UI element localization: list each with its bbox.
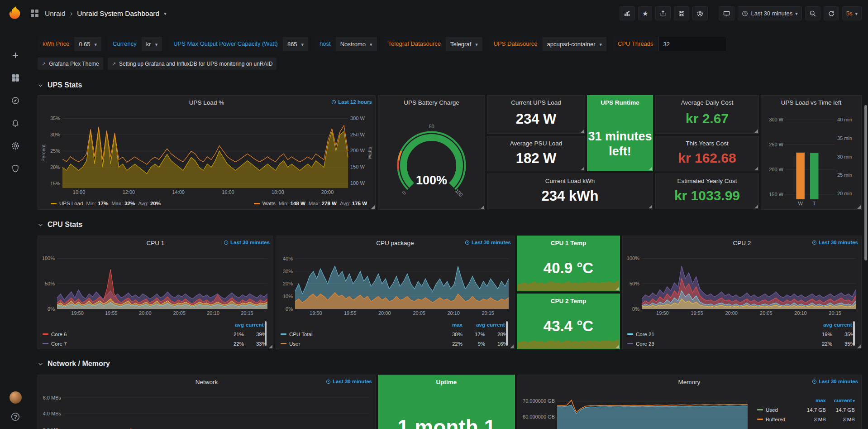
- refresh-interval-dropdown[interactable]: 5s: [842, 6, 862, 20]
- save-dashboard-button[interactable]: [674, 6, 689, 20]
- legend-series-name[interactable]: User: [289, 341, 300, 347]
- cpu1-chart[interactable]: 0%50%100%19:5019:5520:0020:0520:1020:15: [42, 251, 269, 317]
- refresh-button[interactable]: [824, 6, 839, 20]
- zoom-out-button[interactable]: [805, 6, 820, 20]
- user-avatar[interactable]: [10, 391, 22, 404]
- legend-series-name[interactable]: Core 7: [51, 341, 67, 347]
- axis-tick: 30 min: [837, 154, 852, 159]
- cpu-threads-input[interactable]: 32: [658, 37, 726, 51]
- memory-chart[interactable]: 50.000000 GB60.000000 GB70.000000 GB: [521, 390, 749, 429]
- legend-series-name[interactable]: CPU Total: [289, 332, 313, 337]
- variable-value-dropdown[interactable]: 865: [283, 37, 308, 51]
- dashboard-settings-button[interactable]: [692, 6, 708, 20]
- sidebar-item-explore[interactable]: [10, 96, 20, 106]
- star-dashboard-button[interactable]: [638, 6, 652, 20]
- add-panel-button[interactable]: [620, 6, 635, 20]
- time-range-picker[interactable]: Last 30 minutes: [738, 6, 801, 20]
- panel-title[interactable]: This Years Cost: [686, 140, 729, 147]
- sidebar-item-configuration[interactable]: [10, 141, 20, 151]
- panel-title[interactable]: CPU 1: [147, 240, 165, 246]
- legend-scrollbar[interactable]: [853, 321, 855, 346]
- variable-value-dropdown[interactable]: Nostromo: [336, 37, 377, 51]
- panel-title[interactable]: Average Daily Cost: [681, 99, 733, 106]
- legend-sort-header[interactable]: current: [485, 322, 508, 328]
- caret-down-icon: [301, 41, 304, 48]
- panel-title[interactable]: UPS Battery Charge: [404, 99, 459, 106]
- legend-table: maxavgcurrent CPU Total 38% 17% 28% User…: [281, 320, 508, 348]
- axis-tick: 20:00: [321, 190, 334, 195]
- panel-title[interactable]: Average PSU Load: [510, 140, 562, 147]
- cycle-view-button[interactable]: [719, 6, 734, 20]
- ups-vs-time-chart[interactable]: WT150 W200 W250 W300 W20 min25 min30 min…: [765, 110, 858, 207]
- cpu-package-chart[interactable]: 0%10%20%30%40%19:5019:5520:0020:0520:102…: [280, 251, 510, 317]
- panel-title[interactable]: Network: [196, 379, 218, 386]
- stat-value: kr 162.68: [656, 150, 758, 166]
- panel-title[interactable]: Current Load kWh: [545, 178, 595, 184]
- panel-title[interactable]: Uptime: [436, 379, 457, 386]
- share-dashboard-button[interactable]: [655, 6, 671, 20]
- dashboard-title[interactable]: Unraid System Dashboard: [77, 10, 159, 18]
- legend-series-name[interactable]: UPS Load: [59, 201, 83, 206]
- legend-sort-header[interactable]: max: [440, 322, 463, 328]
- legend-series-name[interactable]: Core 6: [51, 332, 67, 337]
- breadcrumb-app[interactable]: Unraid: [45, 10, 66, 18]
- sidebar-item-dashboards[interactable]: [10, 73, 20, 83]
- panel-title[interactable]: CPU 2 Temp: [551, 298, 587, 304]
- row-network-memory[interactable]: Network / Memory: [38, 358, 110, 369]
- panel-title[interactable]: CPU 2: [733, 240, 751, 246]
- variable-value-dropdown[interactable]: Telegraf: [446, 37, 482, 51]
- row-ups-stats[interactable]: UPS Stats: [38, 80, 82, 91]
- sidebar-item-alerting[interactable]: [10, 118, 20, 128]
- sidebar-item-create[interactable]: [10, 50, 20, 60]
- axis-tick: 300 W: [765, 117, 783, 122]
- axis-tick: 15%: [44, 181, 60, 186]
- variable-value-dropdown[interactable]: 0.65: [74, 37, 101, 51]
- legend-series-name[interactable]: Used: [766, 407, 778, 413]
- sidebar-item-server-admin[interactable]: [10, 164, 20, 174]
- legend-sort-header[interactable]: current: [826, 398, 855, 403]
- legend-table: avgcurrent Core 21 19% 35% Core 23 22% 3…: [627, 320, 855, 348]
- legend-sort-header[interactable]: current: [832, 322, 855, 328]
- panel-title[interactable]: CPU 1 Temp: [551, 240, 587, 246]
- legend-sort-header[interactable]: avg: [810, 322, 832, 328]
- sidebar-item-help[interactable]: [10, 412, 20, 422]
- panel-title[interactable]: CPU package: [376, 240, 414, 246]
- series-swatch: [757, 419, 763, 420]
- variable-value-dropdown[interactable]: apcupsd-container: [543, 37, 607, 51]
- legend-series-name[interactable]: Watts: [262, 201, 276, 206]
- dashboard-link[interactable]: Grafana Plex Theme: [38, 58, 103, 70]
- variable-value-dropdown[interactable]: kr: [142, 37, 162, 51]
- row-cpu-stats[interactable]: CPU Stats: [38, 219, 82, 230]
- battery-gauge[interactable]: 050100: [382, 111, 481, 210]
- panel-title[interactable]: Current UPS Load: [511, 99, 561, 106]
- dashboard-link[interactable]: Setting up Grafana and InfluxDB for UPS …: [108, 58, 277, 70]
- panel-title[interactable]: UPS Load %: [189, 99, 224, 106]
- legend-scrollbar[interactable]: [506, 321, 508, 346]
- clock-icon: [326, 379, 331, 384]
- panel-title[interactable]: UPS Load vs Time left: [781, 99, 842, 106]
- legend-sort-header[interactable]: avg: [463, 322, 485, 328]
- panel-current-ups-load: Current UPS Load 234 W: [487, 95, 585, 134]
- dashboard-scrollbar[interactable]: [864, 105, 867, 260]
- legend-sort-header[interactable]: max: [797, 398, 826, 403]
- refresh-icon: [828, 10, 835, 17]
- cpu2-chart[interactable]: 0%50%100%19:5019:5520:0020:0520:1020:15: [626, 251, 858, 317]
- ups-load-chart[interactable]: 15%20%25%30%35%100 W150 W200 W250 W300 W…: [44, 110, 369, 196]
- grafana-logo[interactable]: [0, 5, 31, 22]
- legend-scrollbar[interactable]: [265, 321, 267, 346]
- template-variables-row: kWh Price 0.65 Currency kr UPS Max Outpu…: [38, 37, 726, 51]
- series-swatch: [51, 203, 57, 204]
- panel-title[interactable]: Memory: [678, 379, 701, 386]
- panel-time-override: Last 30 minutes: [224, 240, 270, 245]
- network-chart[interactable]: 2.0 MBs4.0 MBs6.0 MBs: [42, 390, 372, 429]
- legend-series-name[interactable]: Core 21: [636, 332, 654, 337]
- legend-series-name[interactable]: Buffered: [766, 417, 785, 422]
- axis-tick: 16:00: [222, 190, 234, 195]
- panel-title[interactable]: Estimated Yearly Cost: [677, 178, 737, 184]
- panel-title[interactable]: UPS Runtime: [601, 99, 639, 106]
- legend-series-name[interactable]: Core 23: [636, 341, 654, 347]
- legend-sort-header[interactable]: avg: [221, 322, 244, 328]
- legend-sort-header[interactable]: current: [244, 322, 267, 328]
- apps-grid-icon[interactable]: [31, 10, 38, 17]
- panel-time-override: Last 30 minutes: [812, 240, 858, 245]
